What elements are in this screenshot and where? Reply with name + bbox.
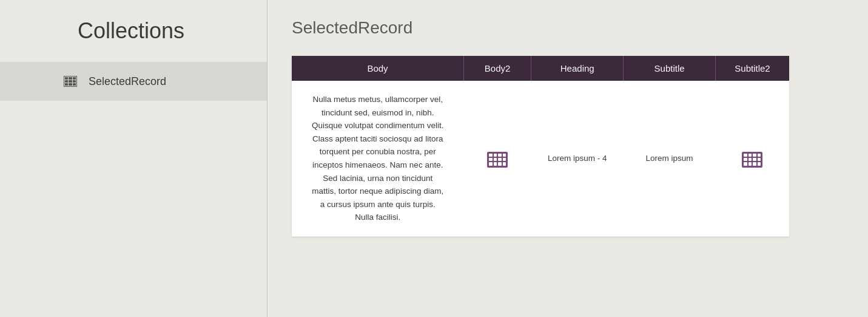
table-row: Nulla metus metus, ullamcorper vel, tinc… xyxy=(292,81,789,236)
column-header-heading: Heading xyxy=(531,56,624,81)
sidebar-title: Collections xyxy=(0,18,267,62)
column-header-body2: Body2 xyxy=(463,56,531,81)
column-header-subtitle: Subtitle xyxy=(624,56,716,81)
cell-body2 xyxy=(463,81,531,236)
column-header-subtitle2: Subtitle2 xyxy=(715,56,789,81)
sidebar-item-selected-record[interactable]: SelectedRecord xyxy=(0,62,267,101)
cell-subtitle: Lorem ipsum xyxy=(624,81,716,236)
main-content: SelectedRecord Body Body2 Heading Subtit… xyxy=(267,0,868,317)
table-header-row: Body Body2 Heading Subtitle Subtitle2 xyxy=(292,56,789,81)
sidebar-item-label: SelectedRecord xyxy=(89,75,166,88)
cell-body: Nulla metus metus, ullamcorper vel, tinc… xyxy=(292,81,463,236)
table-body: Nulla metus metus, ullamcorper vel, tinc… xyxy=(292,81,789,236)
sidebar: Collections SelectedRecord xyxy=(0,0,267,317)
body2-grid-icon[interactable] xyxy=(487,152,508,168)
cell-subtitle2 xyxy=(715,81,789,236)
collection-icon xyxy=(61,72,80,91)
cell-heading: Lorem ipsum - 4 xyxy=(531,81,624,236)
data-table: Body Body2 Heading Subtitle Subtitle2 Nu… xyxy=(292,56,789,237)
column-header-body: Body xyxy=(292,56,463,81)
subtitle2-grid-icon[interactable] xyxy=(742,152,762,168)
table-header: Body Body2 Heading Subtitle Subtitle2 xyxy=(292,56,789,81)
page-title: SelectedRecord xyxy=(292,18,844,38)
